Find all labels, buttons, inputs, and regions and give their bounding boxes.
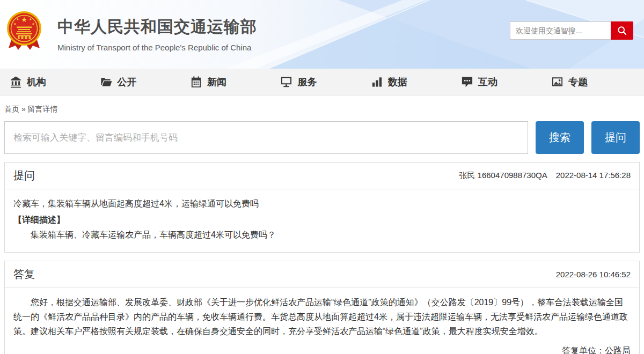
answer-body: 您好，根据交通运输部、发展改革委、财政部《关于进一步优化鲜活农产品运输“绿色通道…: [13, 295, 631, 338]
answer-meta: 2022-08-26 10:46:52: [556, 270, 631, 279]
picture-icon: [551, 76, 564, 88]
answer-card-body: 您好，根据交通运输部、发展改革委、财政部《关于进一步优化鲜活农产品运输“绿色通道…: [5, 288, 639, 354]
nav-item-data[interactable]: 数据: [371, 76, 407, 88]
nav-item-orgs[interactable]: 机构: [10, 76, 46, 88]
question-card: 提问 张民 1660470988730QA 2022-08-14 17:56:2…: [4, 162, 640, 253]
nav-item-services[interactable]: 服务: [280, 76, 317, 88]
answer-card: 答复 2022-08-26 10:46:52 您好，根据交通运输部、发展改革委、…: [4, 261, 640, 354]
site-title-block: 中华人民共和国交通运输部 Ministry of Transport of th…: [57, 16, 257, 52]
header-search: [510, 21, 633, 40]
site-header: ★ ★ ★ ★ ★ 中华人民共和国交通运输部 Ministry of Trans…: [0, 0, 644, 69]
nav-item-label: 数据: [388, 76, 407, 88]
answer-timestamp: 2022-08-26 10:46:52: [556, 270, 631, 279]
breadcrumb-current: 留言详情: [28, 105, 58, 113]
nav-item-disclosure[interactable]: 公开: [100, 76, 136, 88]
question-timestamp: 2022-08-14 17:56:28: [556, 171, 631, 181]
message-search-input[interactable]: [4, 121, 528, 154]
breadcrumb: 首页 » 留言详情: [4, 105, 640, 114]
nav-item-label: 服务: [297, 76, 317, 88]
breadcrumb-separator: »: [21, 105, 26, 113]
question-section-title: 提问: [13, 168, 35, 183]
nav-item-label: 新闻: [207, 76, 226, 88]
main-nav: 机构 公开 新闻 服务 数据: [0, 69, 644, 95]
nav-item-news[interactable]: 新闻: [190, 76, 226, 88]
ask-button[interactable]: 提问: [591, 121, 640, 154]
question-detail-label: 【详细描述】: [13, 212, 631, 227]
svg-text:★: ★: [16, 17, 19, 21]
search-icon: [617, 25, 627, 36]
question-card-header: 提问 张民 1660470988730QA 2022-08-14 17:56:2…: [5, 163, 639, 189]
nav-item-label: 专题: [568, 76, 588, 88]
speech-bubble-icon: [461, 76, 473, 88]
nav-item-label: 公开: [117, 76, 136, 88]
question-detail: 集装箱车辆、冷藏车运输农产品，车辆高度超过4米可以免费吗？: [13, 227, 631, 242]
breadcrumb-home-link[interactable]: 首页: [4, 105, 19, 113]
question-meta: 张民 1660470988730QA 2022-08-14 17:56:28: [459, 171, 631, 181]
site-subtitle: Ministry of Transport of the People's Re…: [57, 43, 257, 52]
calendar-icon: [190, 76, 202, 88]
answer-unit: 答复单位：公路局: [13, 343, 631, 354]
answer-section-title: 答复: [13, 267, 35, 282]
question-summary: 冷藏车，集装箱车辆从地面起高度超过4米，运输绿通可以免费吗: [13, 196, 631, 211]
nav-item-topics[interactable]: 专题: [551, 76, 588, 88]
bank-icon: [10, 76, 22, 88]
folder-icon: [100, 76, 112, 88]
header-search-input[interactable]: [510, 21, 611, 40]
svg-text:★: ★: [21, 16, 27, 24]
svg-text:★: ★: [32, 22, 35, 26]
question-card-body: 冷藏车，集装箱车辆从地面起高度超过4米，运输绿通可以免费吗 【详细描述】 集装箱…: [5, 189, 639, 252]
search-button[interactable]: 搜索: [536, 121, 584, 154]
question-author: 张民 1660470988730QA: [459, 171, 547, 181]
message-search-row: 搜索 提问: [4, 121, 640, 154]
answer-card-header: 答复 2022-08-26 10:46:52: [5, 261, 639, 288]
svg-text:★: ★: [13, 22, 17, 26]
national-emblem-logo: ★ ★ ★ ★ ★: [5, 11, 43, 54]
nav-item-label: 机构: [27, 76, 46, 88]
nav-item-interaction[interactable]: 互动: [461, 76, 497, 88]
monitor-icon: [280, 76, 292, 88]
bar-chart-icon: [371, 76, 383, 88]
main-content: 首页 » 留言详情 搜索 提问 提问 张民 1660470988730QA 20…: [0, 105, 644, 354]
svg-text:★: ★: [29, 17, 32, 21]
nav-item-label: 互动: [478, 76, 497, 88]
header-search-button[interactable]: [611, 21, 633, 40]
site-title: 中华人民共和国交通运输部: [57, 16, 257, 38]
